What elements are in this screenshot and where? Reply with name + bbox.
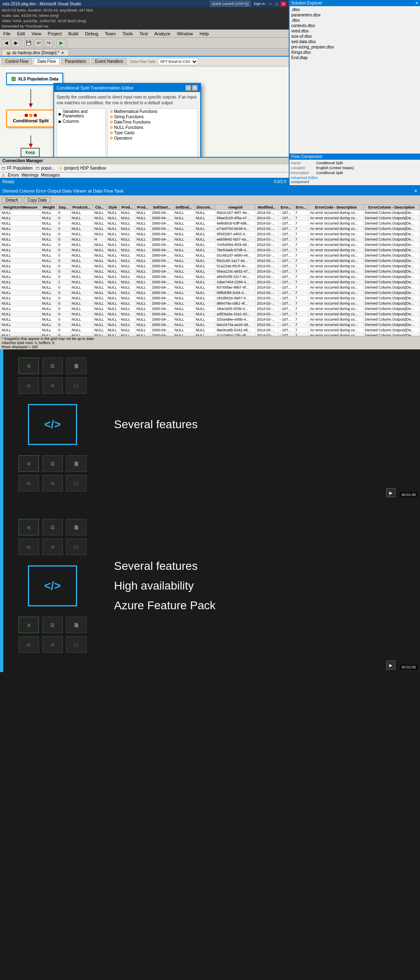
table-cell: NULL	[119, 248, 135, 253]
icon-db2: 🗃	[18, 475, 39, 491]
menu-analyze[interactable]: Analyze	[153, 31, 172, 37]
solution-item-7[interactable]: sed-data.dtsx	[290, 39, 419, 44]
play-btn-1[interactable]: ▶	[386, 488, 395, 497]
menu-file[interactable]: File	[2, 31, 12, 37]
table-cell: NULL	[70, 258, 93, 264]
solution-item-1[interactable]: .dtsx	[290, 7, 419, 12]
table-cell: 2014-02-...	[256, 248, 278, 253]
conditional-split-node[interactable]: Conditional Split	[6, 110, 55, 127]
message-tab[interactable]: Messages	[41, 173, 60, 177]
cursor-position: 0:0/2:0	[274, 179, 286, 184]
menu-view[interactable]: View	[30, 31, 43, 37]
copy-data-btn[interactable]: Copy Data	[24, 197, 50, 203]
icon-img: 🖼	[42, 358, 63, 374]
menu-edit[interactable]: Edit	[16, 31, 27, 37]
data-viewer-close[interactable]: ✕	[414, 188, 418, 194]
table-cell: NULL	[194, 328, 215, 333]
func-operators[interactable]: ⚙ Operators	[108, 135, 197, 141]
func-string[interactable]: ⚙ String Functions	[108, 114, 197, 119]
tree-expand-icon: ▶	[59, 112, 62, 116]
func-math-icon: ⚙	[110, 109, 113, 114]
data-table-wrapper[interactable]: WeightUnitMeasure Weight Day... ProductI…	[0, 204, 420, 336]
table-cell: 2014-02-...	[256, 232, 278, 237]
minimize-btn[interactable]: ─	[268, 1, 273, 7]
table-row: NULLNULL0NULLNULLNULLNULLNULL2000-04-...…	[0, 317, 420, 322]
table-cell: NULL	[173, 232, 194, 237]
table-cell: NULL	[135, 306, 151, 312]
data-flow-task-select[interactable]: DFT Excel to CSV	[158, 58, 198, 65]
close-btn[interactable]: ✕	[281, 1, 286, 7]
table-cell: 2000-04-...	[151, 253, 173, 258]
func-typecast[interactable]: ⚙ Type Casts	[108, 130, 197, 135]
toolbar-back-btn[interactable]: ◀	[2, 39, 11, 47]
menu-project[interactable]: Project	[46, 31, 63, 37]
ssis-tab-control-flow[interactable]: Control Flow	[2, 58, 32, 64]
toolbar-save-btn[interactable]: 💾	[24, 39, 33, 47]
table-cell: NULL	[106, 306, 119, 312]
modal-tree-panel: ▶ Variables and Parameters ▶ Columns	[57, 108, 106, 157]
toolbar-fwd-btn[interactable]: ▶	[11, 39, 21, 47]
menu-build[interactable]: Build	[67, 31, 80, 37]
solution-item-8[interactable]: pre-sizing_prepare.dtsx	[290, 44, 419, 50]
solution-item-5[interactable]: veed.dtsx	[290, 28, 419, 34]
func-null[interactable]: ⚙ NULL Functions	[108, 125, 197, 130]
restore-btn[interactable]: □	[274, 1, 279, 7]
table-cell: NULL	[135, 317, 151, 322]
package-tab[interactable]: 📦 dz-hadoop.dtsx [Design] * ✕	[2, 49, 69, 56]
tree-item-columns[interactable]: ▶ Columns	[57, 119, 105, 124]
tree-item-variables[interactable]: ▶ Variables and Parameters	[57, 109, 105, 119]
advanced-editor-link[interactable]: Advanced Editor	[291, 176, 419, 180]
toolbar-redo-btn[interactable]: ↪	[44, 39, 53, 47]
table-row: NULLNULL0NULLNULLNULLNULLNULL2000-04-...…	[0, 226, 420, 232]
table-cell: 0	[57, 322, 71, 328]
table-cell: - 107...	[278, 210, 294, 216]
solution-explorer-close[interactable]: ✕	[415, 1, 418, 5]
menu-debug[interactable]: Debug	[83, 31, 100, 37]
modal-panels: ▶ Variables and Parameters ▶ Columns	[57, 108, 198, 157]
menu-tools[interactable]: Tools	[121, 31, 135, 37]
solution-item-3[interactable]: .dtsx	[290, 18, 419, 23]
detach-btn[interactable]: Detach	[2, 197, 22, 203]
play-btn-2[interactable]: ▶	[386, 661, 395, 670]
solution-item-9[interactable]: things.dtsx	[290, 50, 419, 55]
table-cell: Derived Column.Outputs[De...	[363, 242, 420, 248]
connection-hdp-sandbox[interactable]: ⚡ (project) HDP Sandbox	[58, 166, 106, 170]
toolbar-play-btn[interactable]: ▶	[57, 39, 66, 47]
table-cell: NULL	[194, 333, 215, 336]
table-cell: 2000-04-...	[151, 237, 173, 242]
ssis-tab-event-handlers[interactable]: Event Handlers	[91, 58, 127, 64]
keep-node[interactable]: Keep	[21, 148, 40, 157]
package-tab-close[interactable]: ✕	[61, 51, 64, 55]
menu-help[interactable]: Help	[198, 31, 211, 37]
toolbar-undo-btn[interactable]: ↩	[34, 39, 43, 47]
modal-close-btn[interactable]: ✕	[192, 85, 198, 91]
func-math[interactable]: ⚙ Mathematical Functions	[108, 109, 197, 114]
warning-tab[interactable]: Warnings	[21, 173, 39, 177]
solution-item-2[interactable]: parameters.dtsx	[290, 12, 419, 18]
modal-minimize-btn[interactable]: ─	[185, 85, 191, 91]
table-cell: 7be53aeb-b7d8-4...	[215, 248, 256, 253]
features-title-ha: High availability	[114, 579, 408, 592]
table-cell: NULL	[106, 328, 119, 333]
table-cell: NULL	[119, 285, 135, 290]
error-tab[interactable]: Errors	[8, 173, 19, 177]
solution-item-6[interactable]: size-of.dtsx	[290, 34, 419, 39]
menu-test[interactable]: Test	[138, 31, 149, 37]
table-cell: 7	[294, 242, 308, 248]
sign-in-label[interactable]: Sign in	[252, 1, 267, 6]
ssis-tab-data-flow[interactable]: Data Flow	[34, 58, 59, 64]
menu-team[interactable]: Team	[103, 31, 118, 37]
func-operators-icon: ⚙	[110, 136, 113, 140]
table-cell: NULL	[173, 274, 194, 280]
connection-ff-population[interactable]: 🗃 FF Population	[2, 166, 32, 170]
solution-item-10[interactable]: End.dtap	[290, 55, 419, 60]
th-rowguid: rowguid	[215, 205, 256, 210]
table-cell: NULL	[93, 269, 106, 274]
ssis-tab-parameters[interactable]: Parameters	[61, 58, 90, 64]
solution-item-4[interactable]: contexts.dtsx	[290, 23, 419, 28]
modal-title: Conditional Split Transformation Editor	[57, 85, 134, 90]
func-datetime[interactable]: ⚙ DateTime Functions	[108, 119, 197, 125]
table-cell: NULL	[173, 312, 194, 317]
menu-window[interactable]: Window	[175, 31, 194, 37]
connection-popul[interactable]: 🗃 popul...	[36, 166, 55, 170]
